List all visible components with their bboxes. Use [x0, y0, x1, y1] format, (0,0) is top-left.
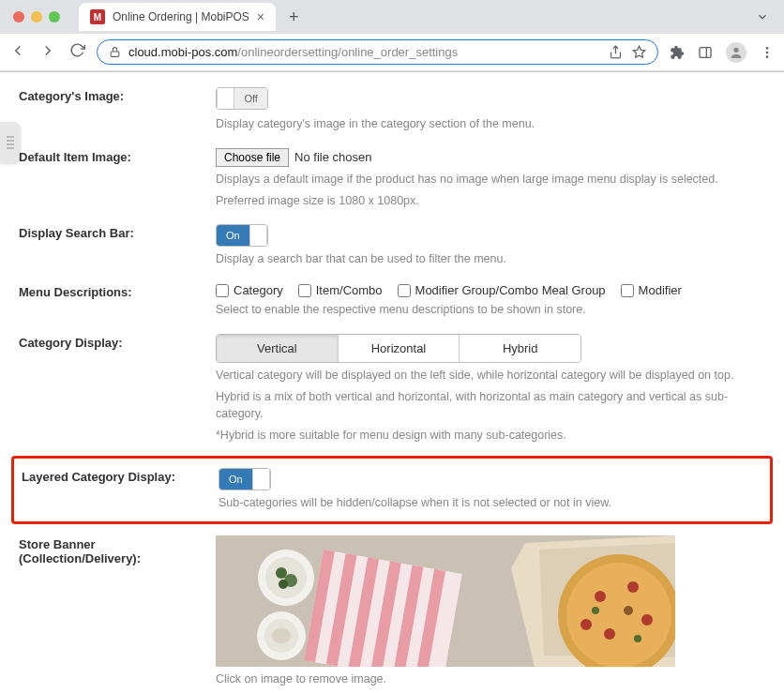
svg-point-5 — [733, 47, 738, 52]
favicon: M — [90, 9, 105, 24]
setting-menu-descriptions: Menu Descriptions: Category Item/Combo M… — [19, 276, 765, 326]
svg-point-38 — [624, 606, 633, 615]
menu-icon[interactable] — [760, 45, 775, 60]
file-status-text: No file chosen — [294, 150, 371, 164]
seg-vertical[interactable]: Vertical — [217, 335, 339, 362]
tab-title: Online Ordering | MobiPOS — [113, 10, 249, 23]
setting-layered-category: Layered Category Display: On Off Sub-cat… — [14, 464, 770, 516]
svg-point-33 — [595, 591, 606, 602]
url-text: cloud.mobi-pos.com/onlineordersetting/on… — [128, 45, 458, 59]
close-tab-icon[interactable]: × — [257, 9, 264, 24]
svg-point-40 — [634, 635, 641, 642]
svg-point-6 — [766, 47, 769, 50]
svg-point-35 — [641, 614, 653, 625]
extensions-icon[interactable] — [670, 45, 685, 60]
seg-hybrid[interactable]: Hybrid — [460, 335, 580, 362]
label-category-display: Category Display: — [19, 334, 216, 350]
svg-point-34 — [627, 581, 639, 593]
minimize-window-button[interactable] — [31, 11, 42, 23]
svg-point-28 — [272, 628, 291, 643]
checkbox-item-combo[interactable]: Item/Combo — [298, 283, 383, 297]
checkbox-category[interactable]: Category — [216, 283, 283, 297]
reload-button[interactable] — [69, 42, 85, 62]
panel-icon[interactable] — [698, 45, 713, 60]
help-text: Sub-categories will be hidden/collapse w… — [219, 494, 762, 512]
svg-point-39 — [592, 607, 599, 614]
choose-file-button[interactable]: Choose file — [216, 148, 289, 167]
help-text: Displays a default image if the product … — [216, 171, 765, 188]
setting-search-bar: Display Search Bar: On Off Display a sea… — [19, 217, 765, 276]
help-text: Vertical category will be displayed on t… — [216, 367, 765, 384]
star-icon[interactable] — [632, 45, 646, 59]
maximize-window-button[interactable] — [49, 11, 60, 23]
setting-default-item-image: Default Item Image: Choose file No file … — [19, 141, 765, 218]
browser-tab[interactable]: M Online Ordering | MobiPOS × — [79, 3, 276, 31]
checkbox-modifier[interactable]: Modifier — [621, 283, 682, 297]
settings-page: Category's Image: On Off Display categor… — [0, 72, 784, 693]
svg-rect-3 — [700, 47, 711, 57]
label-menu-descriptions: Menu Descriptions: — [19, 283, 216, 299]
share-icon[interactable] — [609, 45, 623, 59]
help-text: Hybrid is a mix of both vertical and hor… — [216, 388, 765, 424]
label-search-bar: Display Search Bar: — [19, 224, 216, 240]
label-category-image: Category's Image: — [19, 87, 216, 103]
profile-avatar[interactable] — [726, 42, 746, 63]
banner-image[interactable] — [216, 535, 675, 667]
svg-point-8 — [766, 55, 769, 58]
seg-horizontal[interactable]: Horizontal — [339, 335, 460, 362]
help-text: Display a search bar that can be used to… — [216, 250, 765, 268]
lock-icon — [109, 46, 121, 58]
browser-chrome: M Online Ordering | MobiPOS × + cloud.mo… — [0, 0, 784, 72]
svg-point-37 — [580, 619, 592, 630]
new-tab-button[interactable]: + — [281, 8, 307, 27]
back-button[interactable] — [9, 42, 26, 62]
segmented-category-display: Vertical Horizontal Hybrid — [216, 334, 581, 363]
label-layered-category: Layered Category Display: — [22, 468, 219, 484]
tab-bar: M Online Ordering | MobiPOS × + — [0, 0, 784, 34]
chevron-down-icon[interactable] — [756, 10, 769, 23]
toggle-search-bar[interactable]: On Off — [216, 224, 268, 247]
label-store-banner: Store Banner (Collection/Delivery): — [19, 535, 216, 565]
setting-store-banner: Store Banner (Collection/Delivery): — [19, 528, 765, 694]
checkbox-modifier-group[interactable]: Modifier Group/Combo Meal Group — [398, 283, 606, 297]
address-bar: cloud.mobi-pos.com/onlineordersetting/on… — [0, 34, 784, 71]
svg-point-36 — [604, 628, 615, 640]
help-text: Select to enable the respective menu des… — [216, 301, 765, 319]
svg-point-7 — [766, 51, 769, 53]
svg-marker-2 — [633, 46, 645, 57]
svg-point-32 — [566, 563, 671, 667]
help-text: Display category's image in the category… — [216, 115, 765, 133]
svg-rect-0 — [111, 52, 119, 56]
highlight-layered-category: Layered Category Display: On Off Sub-cat… — [11, 456, 773, 524]
window-controls — [8, 11, 66, 23]
toggle-category-image[interactable]: On Off — [216, 87, 268, 110]
setting-category-image: Category's Image: On Off Display categor… — [19, 80, 765, 141]
help-text: *Hybrid is more suitable for menu design… — [216, 427, 765, 444]
url-field[interactable]: cloud.mobi-pos.com/onlineordersetting/on… — [97, 39, 658, 65]
forward-button[interactable] — [39, 42, 56, 62]
label-default-item-image: Default Item Image: — [19, 148, 216, 164]
svg-point-25 — [279, 580, 288, 589]
toggle-layered-category[interactable]: On Off — [219, 468, 271, 490]
setting-category-display: Category Display: Vertical Horizontal Hy… — [19, 326, 765, 452]
close-window-button[interactable] — [13, 11, 24, 23]
help-text: Preferred image size is 1080 x 1080px. — [216, 192, 765, 210]
help-text: Click on image to remove image. — [216, 670, 765, 688]
